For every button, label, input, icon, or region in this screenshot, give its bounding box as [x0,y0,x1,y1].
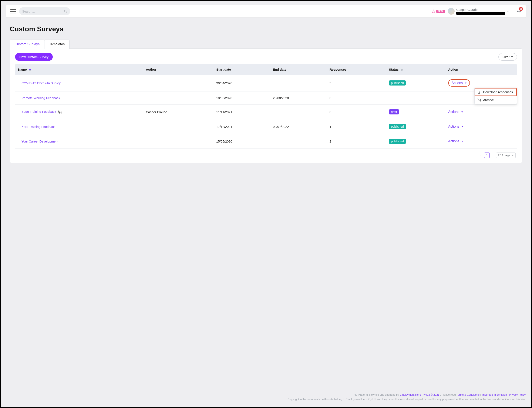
cell-end-date [270,134,326,149]
cell-author: Casper Claude [143,105,213,119]
beta-chip[interactable]: BETA [432,9,445,13]
status-badge: published [389,124,406,129]
user-menu[interactable]: Casper Claude [448,8,509,15]
dropdown-item-label: Archive [483,98,494,102]
current-page[interactable]: 1 [484,153,490,158]
col-responses[interactable]: Responses [327,64,386,75]
col-name[interactable]: Name [15,64,143,75]
sort-icon [29,68,31,71]
footer-text: . Please read [440,393,457,396]
footer-text: This Platform is owned and operated by [352,393,400,396]
filter-button[interactable]: Filter [499,53,517,61]
search-input-wrapper[interactable] [19,7,70,15]
chevron-down-icon [461,126,463,127]
footer-copyright: Copyright in the documents on this site … [6,397,526,402]
search-icon [64,9,67,13]
col-author[interactable]: Author [143,64,213,75]
chevron-down-icon [465,83,466,84]
actions-button-label: Actions [448,125,459,128]
table-row: Remote Working Feedback18/06/202028/08/2… [15,92,517,105]
actions-button[interactable]: Actions [448,79,470,86]
cell-responses: 3 [327,75,386,92]
tab-custom-surveys[interactable]: Custom Surveys [10,40,44,49]
table-row: COVID-19 Check-In Survey30/04/20203publi… [15,75,517,92]
footer: This Platform is owned and operated by E… [1,385,531,407]
filter-button-label: Filter [502,55,509,59]
dropdown-item-label: Download responses [483,90,513,94]
cell-responses: 2 [327,134,386,149]
tabstrip: Custom SurveysTemplates [10,39,522,49]
eye-off-icon [478,98,481,102]
cell-action: Actions [445,105,517,119]
avatar [448,8,455,15]
cell-end-date [270,105,326,119]
survey-name-link[interactable]: COVID-19 Check-In Survey [15,75,143,92]
status-badge: draft [389,109,399,114]
notifications-button[interactable]: 11 [517,8,522,14]
cell-end-date [270,75,326,92]
page-size-select[interactable]: 20 / page [496,153,516,158]
topbar: BETA Casper Claude 11 [6,5,526,17]
footer-owner-link[interactable]: Employment Hero Pty Ltd © 2021 [400,393,439,396]
download-icon [478,90,481,94]
cell-responses: 0 [327,92,386,105]
svg-line-1 [66,12,67,13]
status-badge: published [389,139,406,144]
table-row: Xero Training Feedback17/12/202102/07/20… [15,119,517,134]
survey-name-link[interactable]: Your Career Development [15,134,143,149]
surveys-table: Name Author Start date End date Response… [15,64,517,149]
new-custom-survey-button[interactable]: New Custom Survey [15,53,53,61]
survey-name-link[interactable]: Remote Working Feedback [15,92,143,105]
search-input[interactable] [22,9,64,13]
actions-button[interactable]: Actions [448,125,463,128]
col-name-label: Name [18,68,27,71]
prev-page[interactable]: ‹ [480,153,482,157]
cell-status: published [386,119,445,134]
actions-dropdown: Download responsesArchive [474,88,517,104]
chevron-down-icon [511,56,513,57]
notification-count: 11 [519,7,523,11]
chevron-down-icon [507,11,509,12]
dropdown-download-responses[interactable]: Download responses [474,88,517,96]
pagination: ‹ 1 › 20 / page [15,149,517,159]
cell-start-date: 15/05/2020 [213,134,270,149]
tab-templates[interactable]: Templates [44,40,69,49]
footer-important-link[interactable]: Important Information [482,393,507,396]
actions-button-label: Actions [448,110,459,114]
cell-start-date: 18/06/2020 [213,92,270,105]
col-status-label: Status [389,68,399,71]
col-status[interactable]: Status [386,64,445,75]
cell-responses: 1 [327,119,386,134]
survey-name-link[interactable]: Xero Training Feedback [15,119,143,134]
sort-icon [401,68,403,71]
dropdown-archive[interactable]: Archive [474,96,517,104]
cell-end-date: 02/07/2022 [270,119,326,134]
cell-author [143,119,213,134]
cell-end-date: 28/08/2020 [270,92,326,105]
actions-button[interactable]: Actions [448,110,463,114]
table-row: Your Career Development15/05/20202publis… [15,134,517,149]
svg-point-0 [64,10,66,12]
col-end-date[interactable]: End date [270,64,326,75]
actions-button[interactable]: Actions [448,139,463,143]
footer-terms-link[interactable]: Terms & Conditions [457,393,480,396]
surveys-panel: New Custom Survey Filter Name [10,49,522,163]
chevron-down-icon [461,141,463,142]
next-page[interactable]: › [492,153,494,157]
cell-action: Actions [445,119,517,134]
col-start-date[interactable]: Start date [213,64,270,75]
cell-start-date: 11/11/2021 [213,105,270,119]
page-title: Custom Surveys [10,25,522,33]
beta-badge: BETA [436,10,445,13]
cell-author [143,75,213,92]
cell-action: ActionsDownload responsesArchive [445,75,517,92]
eye-off-icon [58,110,62,114]
user-email-redacted [456,12,505,15]
survey-name-link[interactable]: Sage Training Feedback [15,105,143,119]
cell-start-date: 17/12/2021 [213,119,270,134]
col-action: Action [445,64,517,75]
footer-privacy-link[interactable]: Privacy Policy [509,393,526,396]
cell-start-date: 30/04/2020 [213,75,270,92]
menu-icon[interactable] [10,8,16,14]
status-badge: published [389,80,406,85]
